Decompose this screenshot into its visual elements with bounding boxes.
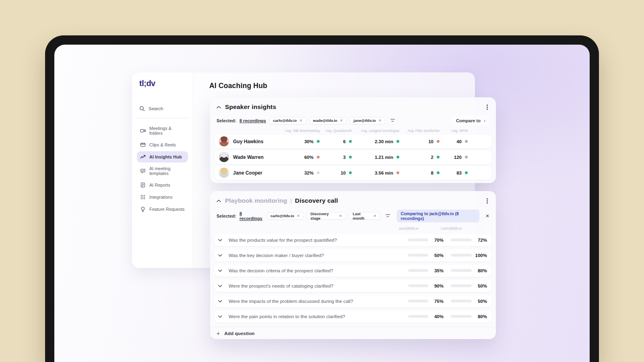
filter-chip[interactable]: Discovery stage✕ — [307, 212, 346, 220]
report-document-icon — [140, 182, 146, 188]
sidebar-item-label: Feature Requests — [149, 207, 184, 212]
sidebar-item-ai-insights-hub[interactable]: AI Insights Hub — [137, 151, 188, 162]
progress-track — [408, 284, 428, 287]
question-text: Was the decision criteria of the prospec… — [229, 268, 408, 274]
status-dot — [437, 156, 440, 158]
percent-value: 40% — [431, 314, 444, 319]
panel-title-muted: Playbook monitoring — [225, 197, 287, 204]
remove-filter-icon[interactable]: ✕ — [297, 214, 300, 218]
question-row[interactable]: Were the impacts of the problem discusse… — [214, 295, 492, 307]
status-dot — [349, 171, 352, 174]
chevron-right-icon: › — [484, 118, 485, 123]
question-row[interactable]: Were the pain points in relation to the … — [214, 311, 492, 323]
column-header: Avg. Talk time/meeting — [283, 129, 320, 133]
filter-funnel-icon[interactable] — [390, 118, 395, 123]
progress-track — [451, 284, 472, 287]
divider — [210, 327, 496, 327]
sidebar-item-clips-reels[interactable]: Clips & Reels — [137, 139, 188, 150]
remove-filter-icon[interactable]: ✕ — [339, 214, 342, 218]
remove-filter-icon[interactable]: ✕ — [340, 118, 343, 123]
collapse-chevron-up-icon[interactable] — [217, 200, 221, 202]
sidebar-item-label: AI meeting templates — [149, 166, 185, 176]
status-dot — [317, 171, 320, 174]
progress-track — [408, 254, 428, 257]
screen: tl;dv Search Meetings & folders — [54, 45, 590, 362]
close-comparison-icon[interactable]: ✕ — [485, 213, 489, 219]
table-row[interactable]: Guy Hawkins 30% 6 2.30 min 10 40 — [214, 135, 492, 148]
question-row[interactable]: Was the key decision maker / buyer clari… — [214, 249, 492, 261]
filter-chip[interactable]: Last month✕ — [349, 212, 380, 220]
chevron-down-icon[interactable] — [218, 269, 229, 272]
percent-value: 90% — [431, 284, 444, 288]
sidebar-item-label: Clips & Reels — [149, 142, 176, 147]
questions-value: 3 — [343, 155, 346, 160]
monologue-value: 1.21 min — [375, 155, 393, 160]
remove-filter-icon[interactable]: ✕ — [373, 214, 376, 218]
compare-to-button[interactable]: Compare to › — [452, 116, 489, 125]
speaker-name: Wade Warren — [233, 154, 264, 160]
status-dot — [465, 156, 468, 158]
question-row[interactable]: Was the decision criteria of the prospec… — [214, 265, 492, 277]
filter-chip[interactable]: wade@tldv.io✕ — [310, 117, 347, 124]
talk-time-value: 30% — [304, 139, 314, 144]
sidebar-item-feature-requests[interactable]: Feature Requests — [137, 204, 188, 215]
avatar — [219, 168, 229, 178]
avatar — [219, 136, 229, 146]
monologue-value: 3.56 min — [375, 171, 393, 175]
filter-chip-label: jane@tldv.io — [353, 118, 376, 123]
filter-chip[interactable]: jane@tldv.io✕ — [350, 117, 385, 124]
filler-words-value: 10 — [428, 139, 433, 144]
questions-value: 10 — [341, 171, 346, 175]
sidebar-item-integrations[interactable]: Integrations — [137, 191, 188, 203]
collapse-chevron-up-icon[interactable] — [217, 106, 221, 109]
remove-filter-icon[interactable]: ✕ — [299, 118, 302, 123]
progress-track — [451, 239, 472, 241]
progress-track — [408, 239, 428, 241]
chevron-down-icon[interactable] — [218, 315, 229, 318]
chevron-down-icon[interactable] — [218, 254, 229, 257]
questions-value: 6 — [343, 139, 346, 144]
question-row[interactable]: Were the prospect's needs of cataloging … — [214, 280, 492, 292]
kebab-menu-icon[interactable] — [485, 103, 489, 111]
wpm-value: 120 — [454, 155, 462, 160]
page-title: AI Coaching Hub — [209, 82, 267, 90]
speaker-column-headers: Avg. Talk time/meeting Avg. Questions/h … — [214, 129, 492, 133]
progress-track — [451, 315, 472, 318]
column-header: Jack@tldv.io — [391, 226, 426, 230]
filter-chip[interactable]: carlo@tldv.io✕ — [267, 212, 304, 220]
percent-value: 100% — [475, 253, 487, 258]
filter-chip[interactable]: carlo@tldv.io✕ — [269, 117, 306, 124]
percent-value: 50% — [475, 299, 487, 304]
selected-recordings-link[interactable]: 8 recordings — [239, 118, 266, 123]
video-camera-icon — [140, 128, 146, 134]
question-row[interactable]: Was the products value for the prospect … — [214, 234, 492, 246]
remove-filter-icon[interactable]: ✕ — [378, 118, 382, 123]
chevron-down-icon[interactable] — [218, 239, 229, 241]
sidebar-item-ai-meeting-templates[interactable]: AI meeting templates — [137, 163, 188, 179]
status-dot — [349, 140, 352, 143]
sidebar-item-meetings-folders[interactable]: Meetings & folders — [137, 123, 188, 138]
progress-track — [451, 269, 472, 272]
chevron-down-icon[interactable] — [218, 285, 229, 287]
table-row[interactable]: Jane Cooper 32% 10 3.56 min 8 83 — [214, 166, 492, 180]
template-bubble-icon — [140, 168, 146, 174]
progress-track — [451, 300, 472, 302]
insights-zigzag-icon — [140, 154, 146, 160]
question-text: Was the products value for the prospect … — [229, 237, 408, 243]
panel-title: Speaker insights — [225, 103, 276, 111]
filter-funnel-icon[interactable] — [385, 214, 390, 218]
comparing-to-chip[interactable]: Comparing to jack@tldv.io (8 recordings) — [397, 210, 479, 222]
status-dot — [437, 171, 440, 174]
selected-recordings-link[interactable]: 8 recordings — [239, 211, 264, 221]
percent-value: 75% — [431, 299, 444, 304]
chevron-down-icon[interactable] — [218, 300, 229, 302]
table-row[interactable]: Wade Warren 60% 3 1.21 min 2 120 — [214, 150, 492, 164]
monologue-value: 2.30 min — [375, 139, 393, 144]
add-question-button[interactable]: + Add question — [217, 331, 489, 336]
sidebar: tl;dv Search Meetings & folders — [132, 72, 193, 268]
search-button[interactable]: Search — [139, 106, 188, 111]
kebab-menu-icon[interactable] — [485, 197, 489, 205]
sidebar-item-ai-reports[interactable]: AI Reports — [137, 179, 188, 191]
wpm-value: 83 — [456, 171, 462, 175]
filter-chip-label: Discovery stage — [310, 212, 336, 220]
